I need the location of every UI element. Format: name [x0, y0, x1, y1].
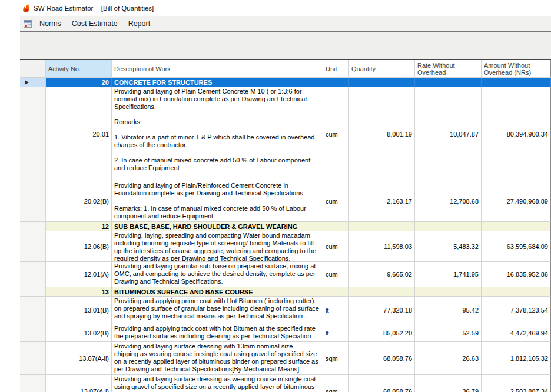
- cell-unit[interactable]: cum: [323, 231, 349, 262]
- cell-amount[interactable]: 2,503,887.34: [482, 375, 551, 392]
- row-selector[interactable]: [20, 262, 46, 287]
- current-row-indicator-icon: [25, 80, 29, 85]
- cell-amount[interactable]: [482, 222, 551, 231]
- cell-description[interactable]: Providing and applying prime coat with H…: [112, 297, 323, 324]
- table-row: 13.02(B)Providing and applying tack coat…: [20, 324, 551, 342]
- row-selector[interactable]: [20, 324, 46, 342]
- table-row: 20.02(B)Providing and laying of Plain/Re…: [20, 181, 551, 222]
- cell-description[interactable]: Providing and laying granular sub-base o…: [112, 262, 323, 287]
- row-selector[interactable]: [20, 87, 46, 181]
- cell-rate[interactable]: 52.59: [415, 324, 482, 342]
- table-row: 12.01(A)Providing and laying granular su…: [20, 262, 551, 287]
- cell-unit[interactable]: [323, 78, 349, 87]
- row-selector[interactable]: [20, 342, 46, 375]
- mdi-child-window-icon[interactable]: [24, 20, 32, 28]
- cell-amount[interactable]: 16,835,952.86: [482, 262, 551, 287]
- cell-quantity[interactable]: [349, 287, 415, 297]
- cell-quantity[interactable]: 77,320.18: [349, 297, 415, 324]
- menu-item-cost-estimate[interactable]: Cost Estimate: [67, 17, 123, 31]
- cell-description[interactable]: SUB BASE, BASE, HARD SHOULDER & GRAVEL W…: [112, 222, 323, 231]
- cell-unit[interactable]: cum: [323, 262, 349, 287]
- cell-amount[interactable]: 4,472,469.94: [482, 324, 551, 342]
- cell-description[interactable]: Providing and laying surface dressing as…: [112, 375, 323, 392]
- column-header-unit[interactable]: Unit: [323, 60, 349, 78]
- cell-rate[interactable]: 5,483.32: [415, 231, 482, 262]
- cell-activity[interactable]: 13.01(B): [46, 297, 112, 324]
- cell-activity[interactable]: 20.01: [46, 87, 112, 181]
- cell-description[interactable]: Providing and laying surface dressing wi…: [112, 342, 323, 375]
- cell-activity[interactable]: 13.07(A-ii): [46, 342, 112, 375]
- column-header-description[interactable]: Description of Work: [112, 60, 323, 78]
- cell-amount[interactable]: 63,595,684.09: [482, 231, 551, 262]
- grid-header-row: Activity No.Description of WorkUnitQuant…: [20, 60, 551, 78]
- cell-rate[interactable]: [415, 287, 482, 297]
- cell-activity[interactable]: 20: [46, 78, 112, 87]
- column-header-rate[interactable]: Rate Without Overhead: [415, 60, 482, 78]
- cell-quantity[interactable]: [349, 222, 415, 231]
- cell-description[interactable]: Providing, laying, spreading and compact…: [112, 231, 323, 262]
- row-selector-header[interactable]: [20, 60, 46, 78]
- cell-rate[interactable]: 36.79: [415, 375, 482, 392]
- cell-activity[interactable]: 12: [46, 222, 112, 231]
- group-row: 12SUB BASE, BASE, HARD SHOULDER & GRAVEL…: [20, 222, 551, 231]
- cell-rate[interactable]: [415, 222, 482, 231]
- cell-activity[interactable]: 12.01(A): [46, 262, 112, 287]
- column-header-activity[interactable]: Activity No.: [46, 60, 112, 78]
- cell-amount[interactable]: 1,812,105.32: [482, 342, 551, 375]
- row-selector[interactable]: [20, 181, 46, 222]
- cell-amount[interactable]: 7,378,123.54: [482, 297, 551, 324]
- cell-amount[interactable]: 27,490,968.89: [482, 181, 551, 222]
- cell-rate[interactable]: 26.63: [415, 342, 482, 375]
- cell-rate[interactable]: 12,708.68: [415, 181, 482, 222]
- cell-unit[interactable]: lt: [323, 324, 349, 342]
- cell-description[interactable]: Providing and laying of Plain Cement Con…: [112, 87, 323, 181]
- cell-unit[interactable]: cum: [323, 87, 349, 181]
- row-selector[interactable]: [20, 222, 46, 231]
- window-title: SW-Road Estimator - [Bill of Quantities]: [34, 5, 154, 12]
- cell-quantity[interactable]: 8,001.19: [349, 87, 415, 181]
- table-row: 13.07(A-ii)Providing and laying surface …: [20, 342, 551, 375]
- cell-unit[interactable]: [323, 222, 349, 231]
- cell-quantity[interactable]: 11,598.03: [349, 231, 415, 262]
- cell-activity[interactable]: 20.02(B): [46, 181, 112, 222]
- table-row: 13.07(A-i)Providing and laying surface d…: [20, 375, 551, 392]
- cell-description[interactable]: Providing and applying tack coat with ho…: [112, 324, 323, 342]
- cell-unit[interactable]: sqm: [323, 375, 349, 392]
- cell-rate[interactable]: [415, 78, 482, 87]
- cell-rate[interactable]: 1,741.95: [415, 262, 482, 287]
- cell-activity[interactable]: 13: [46, 287, 112, 297]
- menu-item-norms[interactable]: Norms: [34, 17, 67, 31]
- cell-quantity[interactable]: 9,665.02: [349, 262, 415, 287]
- cell-amount[interactable]: [482, 287, 551, 297]
- cell-rate[interactable]: 10,047.87: [415, 87, 482, 181]
- cell-amount[interactable]: 80,394,900.34: [482, 87, 551, 181]
- row-selector[interactable]: [20, 375, 46, 392]
- cell-description[interactable]: Providing and laying of Plain/Reinforced…: [112, 181, 323, 222]
- menu-item-report[interactable]: Report: [123, 17, 156, 31]
- cell-unit[interactable]: cum: [323, 181, 349, 222]
- cell-activity[interactable]: 13.07(A-i): [46, 375, 112, 392]
- cell-amount[interactable]: [482, 78, 551, 87]
- cell-activity[interactable]: 12.06(B): [46, 231, 112, 262]
- cell-quantity[interactable]: [349, 78, 415, 87]
- cell-description[interactable]: CONCRETE FOR STRUCTURES: [112, 78, 323, 87]
- row-selector[interactable]: [20, 297, 46, 324]
- cell-quantity[interactable]: 2,163.17: [349, 181, 415, 222]
- cell-unit[interactable]: [323, 287, 349, 297]
- row-selector[interactable]: [20, 78, 46, 87]
- cell-quantity[interactable]: 68,058.76: [349, 342, 415, 375]
- cell-quantity[interactable]: 68,058.76: [349, 375, 415, 392]
- cell-rate[interactable]: 95.42: [415, 297, 482, 324]
- cell-quantity[interactable]: 85,052.20: [349, 324, 415, 342]
- cell-description[interactable]: BITUMINOUS SURFACE AND BASE COURSE: [112, 287, 323, 297]
- cell-unit[interactable]: lt: [323, 297, 349, 324]
- cell-unit[interactable]: sqm: [323, 342, 349, 375]
- column-header-amount[interactable]: Amount Without Overhead (NRs): [482, 60, 551, 78]
- bill-of-quantities-grid: Activity No.Description of WorkUnitQuant…: [20, 59, 551, 392]
- table-row: 12.06(B)Providing, laying, spreading and…: [20, 231, 551, 262]
- cell-activity[interactable]: 13.02(B): [46, 324, 112, 342]
- form-background: [20, 32, 551, 59]
- row-selector[interactable]: [20, 287, 46, 297]
- column-header-quantity[interactable]: Quantity: [349, 60, 415, 78]
- row-selector[interactable]: [20, 231, 46, 262]
